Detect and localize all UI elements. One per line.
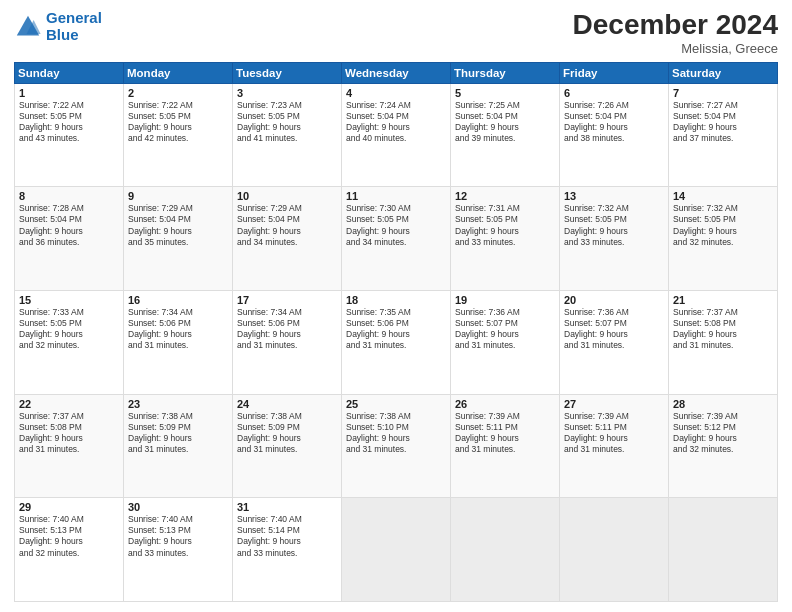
table-row: 31Sunrise: 7:40 AMSunset: 5:14 PMDayligh… — [233, 498, 342, 602]
col-thursday: Thursday — [451, 62, 560, 83]
table-row — [342, 498, 451, 602]
day-number: 9 — [128, 190, 228, 202]
day-info: Sunrise: 7:40 AMSunset: 5:14 PMDaylight:… — [237, 514, 337, 558]
calendar-week-row: 22Sunrise: 7:37 AMSunset: 5:08 PMDayligh… — [15, 394, 778, 498]
day-number: 20 — [564, 294, 664, 306]
table-row: 8Sunrise: 7:28 AMSunset: 5:04 PMDaylight… — [15, 187, 124, 291]
col-sunday: Sunday — [15, 62, 124, 83]
table-row: 4Sunrise: 7:24 AMSunset: 5:04 PMDaylight… — [342, 83, 451, 187]
day-number: 19 — [455, 294, 555, 306]
calendar-table: Sunday Monday Tuesday Wednesday Thursday… — [14, 62, 778, 602]
col-wednesday: Wednesday — [342, 62, 451, 83]
table-row: 14Sunrise: 7:32 AMSunset: 5:05 PMDayligh… — [669, 187, 778, 291]
logo-icon — [14, 13, 42, 41]
day-info: Sunrise: 7:35 AMSunset: 5:06 PMDaylight:… — [346, 307, 446, 351]
day-info: Sunrise: 7:29 AMSunset: 5:04 PMDaylight:… — [128, 203, 228, 247]
day-number: 7 — [673, 87, 773, 99]
day-number: 21 — [673, 294, 773, 306]
table-row: 26Sunrise: 7:39 AMSunset: 5:11 PMDayligh… — [451, 394, 560, 498]
logo-text: General Blue — [46, 10, 102, 43]
day-info: Sunrise: 7:30 AMSunset: 5:05 PMDaylight:… — [346, 203, 446, 247]
day-info: Sunrise: 7:39 AMSunset: 5:11 PMDaylight:… — [455, 411, 555, 455]
table-row: 1Sunrise: 7:22 AMSunset: 5:05 PMDaylight… — [15, 83, 124, 187]
day-number: 8 — [19, 190, 119, 202]
day-info: Sunrise: 7:28 AMSunset: 5:04 PMDaylight:… — [19, 203, 119, 247]
table-row: 9Sunrise: 7:29 AMSunset: 5:04 PMDaylight… — [124, 187, 233, 291]
table-row: 21Sunrise: 7:37 AMSunset: 5:08 PMDayligh… — [669, 291, 778, 395]
table-row: 12Sunrise: 7:31 AMSunset: 5:05 PMDayligh… — [451, 187, 560, 291]
table-row: 13Sunrise: 7:32 AMSunset: 5:05 PMDayligh… — [560, 187, 669, 291]
logo-line2: Blue — [46, 26, 79, 43]
day-info: Sunrise: 7:32 AMSunset: 5:05 PMDaylight:… — [673, 203, 773, 247]
table-row: 24Sunrise: 7:38 AMSunset: 5:09 PMDayligh… — [233, 394, 342, 498]
table-row: 3Sunrise: 7:23 AMSunset: 5:05 PMDaylight… — [233, 83, 342, 187]
table-row — [560, 498, 669, 602]
table-row: 27Sunrise: 7:39 AMSunset: 5:11 PMDayligh… — [560, 394, 669, 498]
day-info: Sunrise: 7:31 AMSunset: 5:05 PMDaylight:… — [455, 203, 555, 247]
day-number: 25 — [346, 398, 446, 410]
day-info: Sunrise: 7:34 AMSunset: 5:06 PMDaylight:… — [128, 307, 228, 351]
page-container: General Blue December 2024 Melissia, Gre… — [0, 0, 792, 612]
day-info: Sunrise: 7:27 AMSunset: 5:04 PMDaylight:… — [673, 100, 773, 144]
table-row: 7Sunrise: 7:27 AMSunset: 5:04 PMDaylight… — [669, 83, 778, 187]
day-info: Sunrise: 7:40 AMSunset: 5:13 PMDaylight:… — [128, 514, 228, 558]
logo: General Blue — [14, 10, 102, 43]
day-number: 30 — [128, 501, 228, 513]
day-number: 12 — [455, 190, 555, 202]
day-number: 17 — [237, 294, 337, 306]
day-number: 14 — [673, 190, 773, 202]
col-tuesday: Tuesday — [233, 62, 342, 83]
table-row: 2Sunrise: 7:22 AMSunset: 5:05 PMDaylight… — [124, 83, 233, 187]
day-info: Sunrise: 7:26 AMSunset: 5:04 PMDaylight:… — [564, 100, 664, 144]
title-area: December 2024 Melissia, Greece — [573, 10, 778, 56]
day-number: 27 — [564, 398, 664, 410]
day-number: 18 — [346, 294, 446, 306]
day-number: 6 — [564, 87, 664, 99]
day-info: Sunrise: 7:38 AMSunset: 5:09 PMDaylight:… — [237, 411, 337, 455]
day-info: Sunrise: 7:39 AMSunset: 5:11 PMDaylight:… — [564, 411, 664, 455]
day-info: Sunrise: 7:29 AMSunset: 5:04 PMDaylight:… — [237, 203, 337, 247]
col-friday: Friday — [560, 62, 669, 83]
day-number: 1 — [19, 87, 119, 99]
calendar-header-row: Sunday Monday Tuesday Wednesday Thursday… — [15, 62, 778, 83]
table-row: 28Sunrise: 7:39 AMSunset: 5:12 PMDayligh… — [669, 394, 778, 498]
table-row: 18Sunrise: 7:35 AMSunset: 5:06 PMDayligh… — [342, 291, 451, 395]
day-number: 23 — [128, 398, 228, 410]
day-number: 16 — [128, 294, 228, 306]
col-monday: Monday — [124, 62, 233, 83]
day-info: Sunrise: 7:39 AMSunset: 5:12 PMDaylight:… — [673, 411, 773, 455]
day-info: Sunrise: 7:25 AMSunset: 5:04 PMDaylight:… — [455, 100, 555, 144]
day-number: 2 — [128, 87, 228, 99]
day-number: 4 — [346, 87, 446, 99]
table-row: 5Sunrise: 7:25 AMSunset: 5:04 PMDaylight… — [451, 83, 560, 187]
calendar-week-row: 15Sunrise: 7:33 AMSunset: 5:05 PMDayligh… — [15, 291, 778, 395]
calendar-week-row: 1Sunrise: 7:22 AMSunset: 5:05 PMDaylight… — [15, 83, 778, 187]
day-number: 11 — [346, 190, 446, 202]
col-saturday: Saturday — [669, 62, 778, 83]
day-number: 3 — [237, 87, 337, 99]
day-info: Sunrise: 7:38 AMSunset: 5:09 PMDaylight:… — [128, 411, 228, 455]
calendar-week-row: 29Sunrise: 7:40 AMSunset: 5:13 PMDayligh… — [15, 498, 778, 602]
table-row: 20Sunrise: 7:36 AMSunset: 5:07 PMDayligh… — [560, 291, 669, 395]
table-row: 15Sunrise: 7:33 AMSunset: 5:05 PMDayligh… — [15, 291, 124, 395]
day-info: Sunrise: 7:36 AMSunset: 5:07 PMDaylight:… — [455, 307, 555, 351]
table-row: 19Sunrise: 7:36 AMSunset: 5:07 PMDayligh… — [451, 291, 560, 395]
table-row: 16Sunrise: 7:34 AMSunset: 5:06 PMDayligh… — [124, 291, 233, 395]
month-title: December 2024 — [573, 10, 778, 41]
day-info: Sunrise: 7:34 AMSunset: 5:06 PMDaylight:… — [237, 307, 337, 351]
table-row: 25Sunrise: 7:38 AMSunset: 5:10 PMDayligh… — [342, 394, 451, 498]
day-number: 15 — [19, 294, 119, 306]
calendar-week-row: 8Sunrise: 7:28 AMSunset: 5:04 PMDaylight… — [15, 187, 778, 291]
day-info: Sunrise: 7:37 AMSunset: 5:08 PMDaylight:… — [19, 411, 119, 455]
table-row: 22Sunrise: 7:37 AMSunset: 5:08 PMDayligh… — [15, 394, 124, 498]
day-info: Sunrise: 7:33 AMSunset: 5:05 PMDaylight:… — [19, 307, 119, 351]
day-number: 10 — [237, 190, 337, 202]
table-row: 30Sunrise: 7:40 AMSunset: 5:13 PMDayligh… — [124, 498, 233, 602]
day-number: 31 — [237, 501, 337, 513]
day-info: Sunrise: 7:40 AMSunset: 5:13 PMDaylight:… — [19, 514, 119, 558]
day-number: 26 — [455, 398, 555, 410]
day-info: Sunrise: 7:24 AMSunset: 5:04 PMDaylight:… — [346, 100, 446, 144]
day-number: 22 — [19, 398, 119, 410]
day-number: 5 — [455, 87, 555, 99]
day-info: Sunrise: 7:22 AMSunset: 5:05 PMDaylight:… — [19, 100, 119, 144]
